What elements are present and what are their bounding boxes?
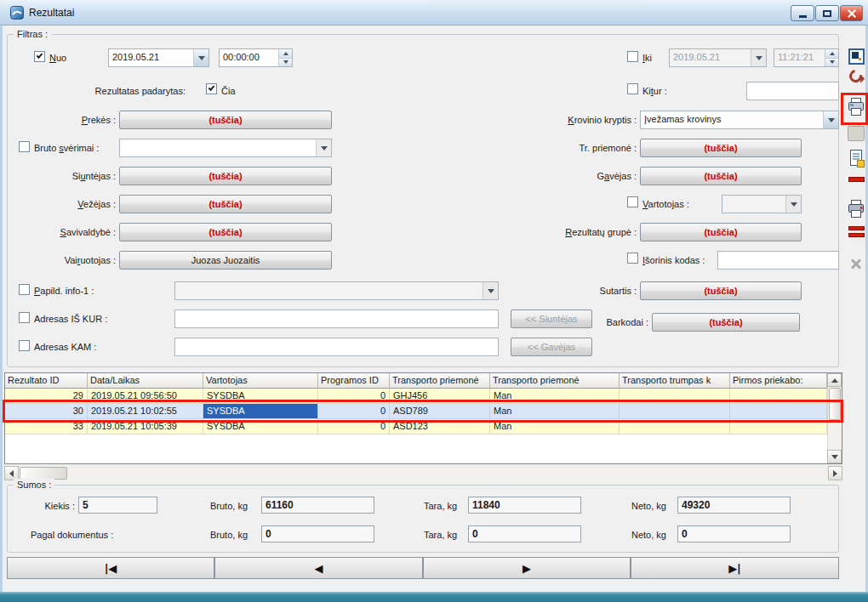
spin-down-icon[interactable]	[279, 59, 292, 67]
red-minus-icon[interactable]	[848, 177, 865, 182]
isorinis-kodas-checkbox[interactable]	[627, 253, 638, 264]
titlebar[interactable]: Rezultatai	[0, 0, 868, 26]
barkodai-button[interactable]: (tuščia)	[652, 313, 800, 332]
nuo-checkbox[interactable]	[34, 51, 45, 62]
grid-cell[interactable]	[620, 404, 730, 419]
grid-cell[interactable]	[730, 404, 827, 419]
scroll-right-icon[interactable]	[828, 466, 842, 480]
minimize-button[interactable]	[791, 5, 814, 21]
krovinio-kryptis-select[interactable]: Įvežamas krovinys	[640, 111, 839, 129]
print-document-icon[interactable]	[847, 199, 865, 221]
chevron-down-icon[interactable]	[823, 111, 838, 128]
adresas-is-kur-checkbox[interactable]	[19, 312, 30, 323]
gavejas-button[interactable]: (tuščia)	[640, 167, 802, 185]
column-header[interactable]: Programos ID	[318, 373, 390, 389]
column-header[interactable]: Transporto priemonė	[490, 373, 620, 389]
close-button[interactable]	[840, 5, 863, 21]
bruto-sverimai-checkbox[interactable]	[19, 141, 30, 152]
maximize-button[interactable]	[815, 5, 839, 21]
grid-cell[interactable]: 0	[318, 389, 390, 404]
chevron-down-icon[interactable]	[316, 139, 331, 156]
vartotojas-checkbox[interactable]	[627, 196, 638, 207]
bruto-sverimai-select[interactable]	[119, 139, 332, 157]
grid-cell[interactable]: ASD123	[390, 419, 490, 434]
tr-priemone-button[interactable]: (tuščia)	[640, 139, 802, 157]
iki-date-select[interactable]: 2019.05.21	[669, 48, 767, 67]
vartotojas-select[interactable]	[722, 195, 802, 213]
grid-cell[interactable]	[730, 389, 827, 404]
spin-down-icon[interactable]	[825, 59, 838, 67]
grid-cell[interactable]: Man	[490, 419, 620, 434]
papild-info-select[interactable]	[174, 281, 499, 300]
print-icon[interactable]	[847, 97, 865, 119]
column-header[interactable]: Vartotojas	[203, 373, 318, 389]
table-row[interactable]: 29 2019.05.21 09:56:50 SYSDBA 0 GHJ456 M…	[5, 389, 827, 404]
grid-cell[interactable]: SYSDBA	[203, 419, 318, 434]
grid-cell[interactable]: 30	[5, 404, 88, 419]
scroll-down-icon[interactable]	[827, 450, 842, 463]
rezultatu-grupe-button[interactable]: (tuščia)	[640, 223, 802, 241]
nav-last-button[interactable]: ▶|	[631, 557, 839, 579]
table-row[interactable]: 33 2019.05.21 10:05:39 SYSDBA 0 ASD123 M…	[5, 419, 827, 434]
grid-cell[interactable]: GHJ456	[390, 389, 490, 404]
nav-first-button[interactable]: |◀	[7, 557, 214, 579]
kitur-input[interactable]	[746, 82, 839, 100]
grid-cell[interactable]: 2019.05.21 09:56:50	[88, 389, 203, 404]
scroll-thumb[interactable]	[829, 388, 841, 420]
siuntejas-button[interactable]: (tuščia)	[119, 167, 332, 185]
nav-next-button[interactable]: ▶	[423, 557, 631, 579]
grid-cell[interactable]: 0	[318, 419, 390, 434]
grid-cell[interactable]: 2019.05.21 10:05:39	[88, 419, 203, 434]
prekes-button[interactable]: (tuščia)	[119, 111, 332, 129]
grid-cell[interactable]: SYSDBA	[203, 389, 318, 404]
grid-cell[interactable]	[620, 419, 730, 434]
grid-cell[interactable]	[730, 419, 827, 434]
adresas-is-kur-input[interactable]	[174, 310, 499, 328]
spin-up-icon[interactable]	[825, 49, 838, 59]
nav-prev-button[interactable]: ◀	[214, 557, 423, 579]
vairuotojas-button[interactable]: Juozas Juozaitis	[119, 251, 332, 270]
savivaldybe-button[interactable]: (tuščia)	[119, 223, 332, 241]
table-row-selected[interactable]: 30 2019.05.21 10:02:55 SYSDBA 0 ASD789 M…	[5, 404, 827, 419]
kitur-checkbox[interactable]	[627, 83, 638, 94]
iki-checkbox[interactable]	[627, 51, 638, 62]
grid-cell[interactable]	[620, 389, 730, 404]
grid-cell-focused[interactable]: SYSDBA	[203, 404, 318, 419]
isorinis-kodas-input[interactable]	[717, 251, 839, 270]
vezejas-button[interactable]: (tuščia)	[119, 195, 332, 213]
nuo-time-spinner[interactable]: 00:00:00	[219, 48, 293, 67]
export-icon[interactable]	[849, 149, 865, 168]
grid-cell[interactable]: Man	[490, 389, 620, 404]
column-header[interactable]: Rezultato ID	[5, 373, 88, 389]
spin-up-icon[interactable]	[279, 49, 292, 59]
copy-siuntejas-button[interactable]: << Siuntėjas	[511, 310, 592, 328]
chevron-down-icon[interactable]	[751, 49, 766, 66]
iki-time-spinner[interactable]: 11:21:21	[774, 48, 839, 67]
chevron-down-icon[interactable]	[785, 196, 801, 213]
chevron-down-icon[interactable]	[193, 49, 208, 66]
adresas-kam-checkbox[interactable]	[19, 340, 30, 351]
grid-cell[interactable]: 29	[5, 389, 88, 404]
nuo-date-select[interactable]: 2019.05.21	[108, 48, 209, 67]
column-header[interactable]: Transporto trumpas k	[620, 373, 730, 389]
column-header[interactable]: Pirmos priekabo:	[730, 373, 827, 389]
horizontal-scrollbar[interactable]	[4, 466, 842, 480]
grid-cell[interactable]: 0	[318, 404, 390, 419]
grid-cell[interactable]: 33	[5, 419, 88, 434]
sutartis-button[interactable]: (tuščia)	[640, 281, 802, 300]
red-equals-icon[interactable]	[848, 226, 865, 237]
scroll-up-icon[interactable]	[827, 373, 842, 387]
scroll-thumb[interactable]	[20, 467, 67, 480]
vertical-scrollbar[interactable]	[827, 373, 842, 463]
grid-cell[interactable]: Man	[490, 404, 620, 419]
grid-cell[interactable]: ASD789	[390, 404, 490, 419]
cia-checkbox[interactable]	[206, 83, 217, 94]
grid-cell[interactable]: 2019.05.21 10:02:55	[88, 404, 203, 419]
copy-gavejas-button[interactable]: << Gavėjas	[511, 338, 592, 356]
papild-info-checkbox[interactable]	[19, 284, 30, 295]
column-header[interactable]: Transporto priemonė	[390, 373, 490, 389]
refresh-icon[interactable]	[849, 70, 862, 82]
adresas-kam-input[interactable]	[174, 338, 499, 356]
column-header[interactable]: Data/Laikas	[88, 373, 203, 389]
form-view-icon[interactable]	[848, 48, 865, 65]
